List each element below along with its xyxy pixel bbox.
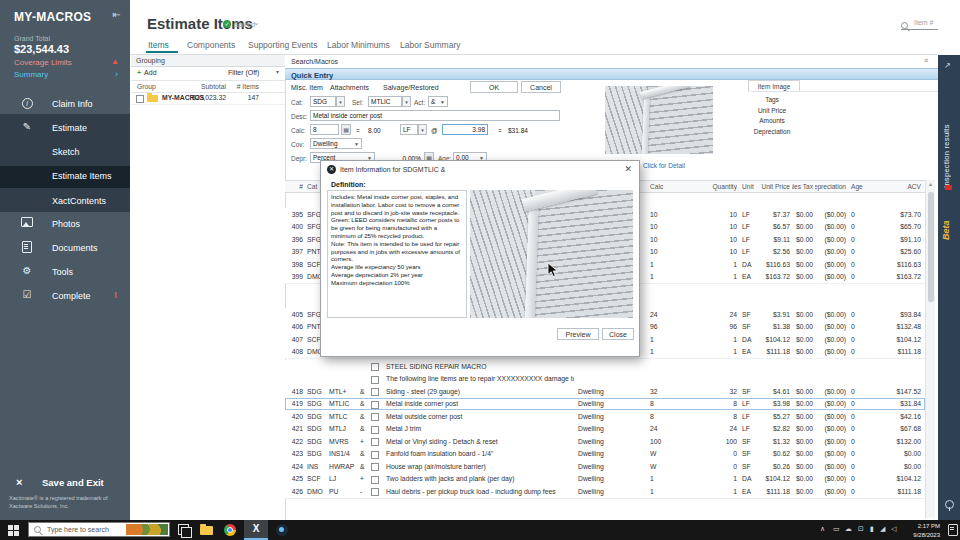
tray-network-icon[interactable]: ◢: [880, 525, 885, 533]
table-row[interactable]: 421SDGMTLJ&Metal J trimDwelling2424LF$2.…: [285, 423, 925, 437]
close-button[interactable]: Close: [602, 328, 634, 340]
chevron-down-icon[interactable]: ⌄: [253, 18, 260, 27]
sidebar-item-complete[interactable]: ☑ Complete !: [0, 286, 130, 307]
taskbar-search[interactable]: Type here to search: [28, 522, 170, 537]
row-checkbox[interactable]: [371, 451, 379, 459]
tray-display-icon[interactable]: ▭: [833, 525, 840, 533]
table-row[interactable]: STEEL SIDING REPAIR MACRO: [285, 360, 925, 374]
line-total: $31.84: [508, 127, 528, 134]
sidebar-item-tools[interactable]: ⚙ Tools: [0, 262, 130, 283]
row-checkbox[interactable]: [371, 363, 379, 371]
tab-salvage-restored[interactable]: Salvage/Restored: [383, 84, 439, 91]
tray-onedrive-icon[interactable]: ☁: [845, 525, 852, 533]
calc-input[interactable]: 8: [310, 124, 339, 135]
cat-select[interactable]: SDG: [310, 96, 336, 107]
table-scrollbar[interactable]: ▲: [925, 180, 935, 518]
sidebar-item-estimate-items[interactable]: Estimate Items: [0, 166, 130, 188]
file-explorer-icon[interactable]: [200, 526, 213, 535]
tags-link[interactable]: Tags: [727, 96, 817, 103]
unit-select[interactable]: LF: [400, 124, 418, 135]
table-row[interactable]: 424INSHWRAP&House wrap (air/moisture bar…: [285, 460, 925, 474]
item-number-search[interactable]: Item #: [901, 17, 938, 30]
tab-attachments[interactable]: Attachments: [330, 84, 369, 91]
sidebar-item-estimate[interactable]: ✎ Estimate: [0, 118, 130, 139]
tray-app-icon[interactable]: ⊡: [858, 525, 864, 533]
summary-link[interactable]: Summary: [14, 70, 48, 79]
tab-labor-summary[interactable]: Labor Summary: [400, 40, 460, 50]
row-checkbox[interactable]: [371, 476, 379, 484]
sidebar-item-photos[interactable]: Photos: [0, 214, 130, 235]
table-row[interactable]: 423SDGINS1/4&Fanfold foam insulation boa…: [285, 448, 925, 462]
calculator-icon[interactable]: ▦: [341, 124, 351, 135]
tab-labor-minimums[interactable]: Labor Minimums: [327, 40, 390, 50]
row-checkbox[interactable]: [371, 488, 379, 496]
tray-hidden-icons[interactable]: ∧: [820, 525, 825, 533]
sidebar-item-claim-info[interactable]: i Claim Info: [0, 94, 130, 115]
xactimate-logo-icon: ✕: [327, 165, 336, 174]
notification-center-icon[interactable]: [948, 524, 958, 536]
table-row[interactable]: 426DMOPU-Haul debris - per pickup truck …: [285, 485, 925, 499]
row-checkbox[interactable]: [371, 376, 379, 384]
row-checkbox[interactable]: [371, 438, 379, 446]
click-for-detail-link[interactable]: Click for Detail: [643, 162, 685, 169]
cat-dropdown-icon[interactable]: ▾: [336, 96, 345, 107]
tab-items[interactable]: Items: [148, 40, 169, 50]
preview-button[interactable]: Preview: [557, 328, 599, 340]
table-row[interactable]: 419SDGMTLIC&Metal inside corner postDwel…: [285, 398, 925, 412]
seasonal-search-image: [126, 524, 168, 535]
unit-price-link[interactable]: Unit Price: [727, 107, 817, 114]
cancel-button[interactable]: Cancel: [521, 81, 561, 93]
sidebar-item-xactcontents[interactable]: XactContents: [0, 191, 130, 212]
coverage-select[interactable]: Dwelling▼: [310, 138, 362, 149]
table-row[interactable]: The following line items are to repair X…: [285, 373, 925, 387]
unit-dropdown-icon[interactable]: ▾: [418, 124, 427, 135]
item-thumbnail-image[interactable]: [605, 86, 713, 154]
sidebar-item-sketch[interactable]: Sketch: [0, 142, 130, 163]
task-view-icon[interactable]: [178, 524, 189, 535]
collapse-sidebar-icon[interactable]: ⇤: [113, 9, 121, 20]
tab-misc-item[interactable]: Misc. Item: [291, 84, 323, 91]
group-row[interactable]: MY-MACROS $23,023.32 147: [131, 92, 285, 105]
row-checkbox[interactable]: [371, 401, 379, 409]
coverage-limits-link[interactable]: Coverage Limits: [14, 58, 72, 67]
search-macros-bar[interactable]: Search/Macros ≡: [285, 55, 938, 69]
filter-dropdown-icon[interactable]: ▾: [276, 68, 279, 75]
add-group-button[interactable]: +Add: [137, 69, 157, 76]
close-icon[interactable]: ✕: [624, 164, 632, 174]
assistant-icon[interactable]: [945, 500, 954, 509]
filter-button[interactable]: Filter (Off): [228, 69, 259, 76]
row-checkbox[interactable]: [371, 413, 379, 421]
steam-icon[interactable]: [276, 524, 288, 536]
row-checkbox[interactable]: [371, 426, 379, 434]
table-row[interactable]: 420SDGMTLC&Metal outside corner postDwel…: [285, 410, 925, 424]
sel-dropdown-icon[interactable]: ▾: [402, 96, 411, 107]
scroll-up-icon[interactable]: ▲: [926, 180, 935, 189]
tray-volume-icon[interactable]: ◁: [891, 525, 896, 533]
popout-icon[interactable]: ↗: [944, 61, 951, 70]
tab-components[interactable]: Components: [187, 40, 235, 50]
scrollbar-thumb[interactable]: [928, 192, 934, 302]
sidebar-item-documents[interactable]: Documents: [0, 238, 130, 259]
options-icon[interactable]: ≡: [924, 57, 928, 64]
start-button[interactable]: [8, 525, 19, 536]
table-row[interactable]: 425SCFLJ+Two ladders with jacks and plan…: [285, 473, 925, 487]
row-checkbox[interactable]: [371, 388, 379, 396]
amounts-link[interactable]: Amounts: [727, 117, 817, 124]
tab-supporting-events[interactable]: Supporting Events: [248, 40, 317, 50]
act-select[interactable]: &▼: [428, 96, 448, 107]
save-and-exit-button[interactable]: Save and Exit: [42, 477, 104, 488]
rate-input[interactable]: 3.98: [442, 124, 488, 135]
taskbar-clock[interactable]: 2:17 PM 9/28/2023: [900, 522, 940, 539]
chrome-icon[interactable]: [224, 524, 236, 536]
xactimate-taskbar-icon[interactable]: X: [244, 520, 268, 540]
depreciation-link[interactable]: Depreciation: [727, 128, 817, 135]
inspection-results-tab[interactable]: Inspection results: [942, 78, 951, 188]
row-checkbox[interactable]: [371, 463, 379, 471]
group-checkbox[interactable]: [136, 95, 144, 103]
desc-input[interactable]: Metal inside corner post: [310, 110, 560, 121]
ok-button[interactable]: OK: [470, 81, 518, 93]
sel-select[interactable]: MTLIC: [368, 96, 402, 107]
tray-battery-icon[interactable]: ▮: [870, 525, 874, 533]
table-row[interactable]: 418SDGMTL+&Siding - steel (29 gauge)Dwel…: [285, 385, 925, 399]
table-row[interactable]: 422SDGMVRS+Metal or Vinyl siding - Detac…: [285, 435, 925, 449]
